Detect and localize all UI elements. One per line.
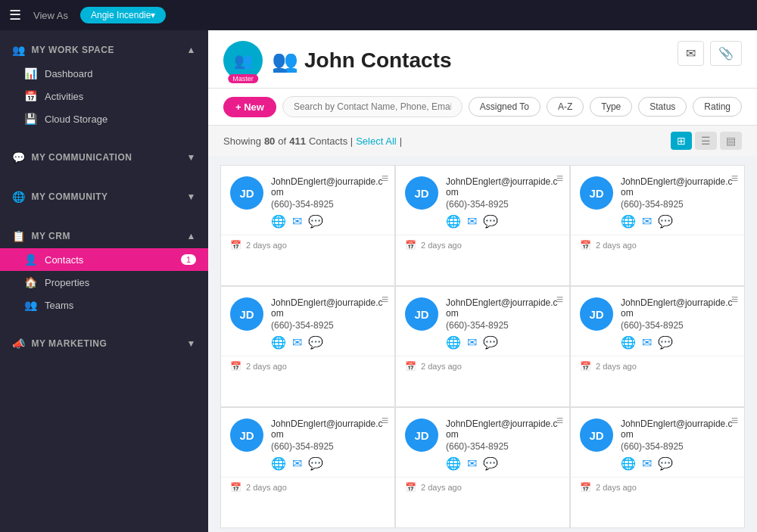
contact-avatar: JD bbox=[405, 297, 438, 331]
page-header-left: 👥 Master 👥 John Contacts bbox=[223, 41, 451, 80]
contact-avatar: JD bbox=[230, 297, 263, 331]
chevron-crm: ▲ bbox=[187, 231, 196, 241]
chat-icon[interactable]: 💬 bbox=[658, 214, 673, 229]
sidebar-item-cloud-storage[interactable]: 💾 Cloud Storage bbox=[0, 107, 208, 130]
filter-az[interactable]: A-Z bbox=[547, 97, 584, 117]
filter-rating[interactable]: Rating bbox=[693, 97, 742, 117]
card-email: JohnDEnglert@jourrapide.com bbox=[621, 418, 735, 440]
chat-icon[interactable]: 💬 bbox=[483, 214, 498, 229]
email-icon[interactable]: ✉ bbox=[642, 214, 652, 229]
sidebar-item-dashboard[interactable]: 📊 Dashboard bbox=[0, 62, 208, 85]
email-action-button[interactable]: ✉ bbox=[678, 41, 704, 66]
card-menu-icon[interactable]: ≡ bbox=[382, 293, 388, 306]
workspace-icon: 👥 bbox=[12, 44, 26, 56]
email-icon[interactable]: ✉ bbox=[292, 335, 302, 350]
calendar-icon: 📅 bbox=[580, 240, 591, 250]
email-icon[interactable]: ✉ bbox=[467, 214, 477, 229]
time-ago: 2 days ago bbox=[421, 362, 462, 371]
card-phone: (660)-354-8925 bbox=[621, 441, 735, 452]
card-info: JohnDEnglert@jourrapide.com (660)-354-89… bbox=[446, 418, 560, 471]
count: 80 bbox=[264, 135, 275, 147]
email-icon[interactable]: ✉ bbox=[467, 456, 477, 471]
chat-icon[interactable]: 💬 bbox=[658, 335, 673, 350]
website-icon[interactable]: 🌐 bbox=[271, 335, 286, 350]
sidebar-item-contacts[interactable]: 👤 Contacts 1 bbox=[0, 248, 208, 271]
sidebar-item-properties[interactable]: 🏠 Properties bbox=[0, 271, 208, 294]
website-icon[interactable]: 🌐 bbox=[271, 456, 286, 471]
card-menu-icon[interactable]: ≡ bbox=[556, 172, 563, 185]
contact-card: ≡ JD JohnDEnglert@jourrapide.com (660)-3… bbox=[570, 286, 745, 407]
section-header-my-workspace[interactable]: 👥MY WORK SPACE ▲ bbox=[0, 38, 208, 62]
email-icon[interactable]: ✉ bbox=[292, 214, 302, 229]
attachment-action-button[interactable]: 📎 bbox=[710, 41, 742, 66]
contact-card: ≡ JD JohnDEnglert@jourrapide.com (660)-3… bbox=[220, 407, 395, 528]
section-header-my-communication[interactable]: 💬MY COMMUNICATION ▼ bbox=[0, 145, 208, 170]
hamburger-icon[interactable]: ☰ bbox=[9, 7, 21, 23]
card-menu-icon[interactable]: ≡ bbox=[731, 172, 738, 185]
card-menu-icon[interactable]: ≡ bbox=[382, 172, 388, 185]
view-toggle: ⊞ ☰ ▤ bbox=[671, 132, 742, 150]
select-all-link[interactable]: Select All bbox=[356, 135, 396, 147]
topbar: ☰ View As Angie Incendie▾ bbox=[0, 0, 757, 30]
card-top: JD JohnDEnglert@jourrapide.com (660)-354… bbox=[571, 287, 744, 356]
card-email: JohnDEnglert@jourrapide.com bbox=[621, 297, 735, 319]
content-area: 👥 Master 👥 John Contacts ✉ 📎 + New Assig… bbox=[208, 30, 757, 532]
search-input[interactable] bbox=[282, 96, 463, 117]
card-top: JD JohnDEnglert@jourrapide.com (660)-354… bbox=[396, 166, 569, 235]
time-ago: 2 days ago bbox=[596, 241, 637, 250]
dashboard-icon: 📊 bbox=[24, 67, 37, 79]
card-menu-icon[interactable]: ≡ bbox=[731, 293, 738, 306]
time-ago: 2 days ago bbox=[246, 241, 287, 250]
website-icon[interactable]: 🌐 bbox=[621, 456, 636, 471]
chat-icon[interactable]: 💬 bbox=[658, 456, 673, 471]
chat-icon[interactable]: 💬 bbox=[308, 456, 323, 471]
card-top: JD JohnDEnglert@jourrapide.com (660)-354… bbox=[396, 408, 569, 477]
calendar-icon: 📅 bbox=[230, 482, 241, 493]
chat-icon[interactable]: 💬 bbox=[308, 214, 323, 229]
results-bar: Showing 80 of 411 Contacts | Select All … bbox=[208, 126, 757, 156]
section-header-my-crm[interactable]: 📋MY CRM ▲ bbox=[0, 224, 208, 248]
section-header-my-community[interactable]: 🌐MY COMMUNITY ▼ bbox=[0, 185, 208, 209]
website-icon[interactable]: 🌐 bbox=[446, 214, 461, 229]
website-icon[interactable]: 🌐 bbox=[621, 214, 636, 229]
calendar-icon: 📅 bbox=[405, 361, 416, 372]
card-info: JohnDEnglert@jourrapide.com (660)-354-89… bbox=[271, 418, 385, 471]
website-icon[interactable]: 🌐 bbox=[271, 214, 286, 229]
email-icon[interactable]: ✉ bbox=[642, 335, 652, 350]
compact-view-button[interactable]: ▤ bbox=[720, 132, 742, 150]
results-info: Showing 80 of 411 Contacts | Select All … bbox=[223, 135, 402, 147]
filter-assigned-to[interactable]: Assigned To bbox=[469, 97, 540, 117]
card-menu-icon[interactable]: ≡ bbox=[556, 414, 563, 428]
user-button[interactable]: Angie Incendie▾ bbox=[80, 7, 166, 23]
email-icon[interactable]: ✉ bbox=[642, 456, 652, 471]
card-actions: 🌐 ✉ 💬 bbox=[621, 214, 735, 229]
filter-type[interactable]: Type bbox=[590, 97, 632, 117]
teams-icon: 👥 bbox=[24, 299, 37, 311]
properties-icon: 🏠 bbox=[24, 276, 37, 288]
card-footer: 📅 2 days ago bbox=[221, 477, 394, 497]
card-footer: 📅 2 days ago bbox=[571, 356, 744, 376]
section-my-communication: 💬MY COMMUNICATION ▼ bbox=[0, 138, 208, 177]
email-icon[interactable]: ✉ bbox=[467, 335, 477, 350]
page-header-actions: ✉ 📎 bbox=[678, 41, 742, 66]
website-icon[interactable]: 🌐 bbox=[446, 456, 461, 471]
chat-icon[interactable]: 💬 bbox=[308, 335, 323, 350]
new-button[interactable]: + New bbox=[223, 97, 276, 117]
card-menu-icon[interactable]: ≡ bbox=[556, 293, 563, 306]
contact-avatar: JD bbox=[230, 176, 263, 210]
website-icon[interactable]: 🌐 bbox=[621, 335, 636, 350]
card-menu-icon[interactable]: ≡ bbox=[731, 414, 738, 428]
list-view-button[interactable]: ☰ bbox=[695, 132, 717, 150]
card-actions: 🌐 ✉ 💬 bbox=[271, 335, 385, 350]
chat-icon[interactable]: 💬 bbox=[483, 335, 498, 350]
filter-status[interactable]: Status bbox=[638, 97, 687, 117]
card-footer: 📅 2 days ago bbox=[571, 477, 744, 497]
grid-view-button[interactable]: ⊞ bbox=[671, 132, 692, 150]
chat-icon[interactable]: 💬 bbox=[483, 456, 498, 471]
section-header-my-marketing[interactable]: 📣MY MARKETING ▼ bbox=[0, 331, 208, 356]
card-menu-icon[interactable]: ≡ bbox=[382, 414, 388, 428]
website-icon[interactable]: 🌐 bbox=[446, 335, 461, 350]
sidebar-item-teams[interactable]: 👥 Teams bbox=[0, 294, 208, 316]
email-icon[interactable]: ✉ bbox=[292, 456, 302, 471]
sidebar-item-activities[interactable]: 📅 Activities bbox=[0, 85, 208, 107]
